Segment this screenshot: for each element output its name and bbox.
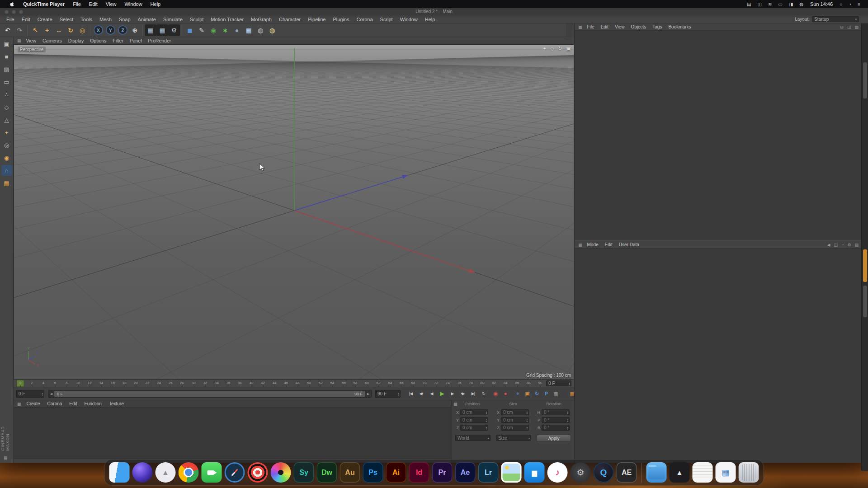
quicktime-dock-icon[interactable]: Q: [594, 462, 614, 483]
play-button[interactable]: ▶: [437, 389, 447, 398]
launchpad-dock-icon[interactable]: ▲: [156, 462, 176, 483]
layout-select[interactable]: Startup ▾: [812, 16, 859, 22]
workplane-mode-button[interactable]: ▭: [1, 76, 12, 87]
preview-range-slider[interactable]: ◀ 0 F 90 F ▶: [48, 390, 372, 398]
snap-toggle-button[interactable]: ∩: [1, 165, 12, 176]
viewport-menu-display[interactable]: Display: [65, 38, 87, 43]
panel-grip-icon[interactable]: ▦: [4, 455, 8, 460]
array-button[interactable]: ▦: [243, 24, 255, 36]
chrome-dock-icon[interactable]: [179, 462, 199, 483]
keynote-dock-icon[interactable]: ▆: [524, 462, 545, 483]
panel-grip-icon[interactable]: ▦: [576, 243, 584, 247]
lock-z-axis-button[interactable]: Z: [118, 25, 127, 35]
end-frame-field[interactable]: 90 F ▴▾: [375, 390, 401, 398]
photoshop-dock-icon[interactable]: Ps: [363, 462, 383, 483]
redo-button[interactable]: ↷: [14, 24, 25, 36]
stepper-icon[interactable]: ▴▾: [566, 426, 569, 430]
dark-app-dock-icon[interactable]: ▲: [670, 462, 690, 483]
facetime-dock-icon[interactable]: [202, 462, 222, 483]
stepper-icon[interactable]: ▴▾: [525, 418, 528, 422]
menubar-menu-help[interactable]: Help: [146, 1, 165, 7]
lock-x-axis-button[interactable]: X: [94, 25, 103, 35]
textedit-dock-icon[interactable]: [693, 462, 713, 483]
coordinate-field-p-2[interactable]: 0 °▴▾: [542, 417, 570, 423]
c4d-menu-plugins[interactable]: Plugins: [329, 17, 353, 22]
spline-pen-button[interactable]: ✎: [196, 24, 208, 36]
grid-app-dock-icon[interactable]: ▦: [716, 462, 736, 483]
sy-app-dock-icon[interactable]: Sy: [294, 462, 314, 483]
current-frame-field[interactable]: 0 F ▴▾: [546, 380, 571, 386]
coordinate-system-dropdown[interactable]: World ▾: [455, 435, 491, 441]
add-primitive-cube-button[interactable]: ◼: [184, 24, 196, 36]
c4d-menu-sculpt[interactable]: Sculpt: [186, 17, 208, 22]
c4d-menu-simulate[interactable]: Simulate: [160, 17, 186, 22]
c4d-menu-script[interactable]: Script: [377, 17, 396, 22]
spotlight-icon[interactable]: ○: [836, 2, 845, 7]
record-scale-toggle[interactable]: ▣: [523, 389, 532, 398]
viewport-camera-label[interactable]: Perspective: [18, 47, 46, 52]
make-editable-button[interactable]: ▣: [1, 38, 12, 49]
paint-tool-button[interactable]: ◉: [1, 152, 12, 163]
object-manager-menu-objects[interactable]: Objects: [627, 24, 649, 29]
history-icon[interactable]: ◔: [841, 243, 844, 247]
pan-view-icon[interactable]: +: [543, 46, 546, 52]
viewport-menu-prorender[interactable]: ProRender: [145, 38, 175, 43]
lock-y-axis-button[interactable]: Y: [106, 25, 115, 35]
c4d-menu-window[interactable]: Window: [396, 17, 421, 22]
side-tab[interactable]: [863, 286, 867, 317]
c4d-menu-tools[interactable]: Tools: [77, 17, 96, 22]
material-tab-texture[interactable]: Texture: [105, 401, 127, 406]
model-mode-button[interactable]: ■: [1, 51, 12, 62]
viewport-menu-cameras[interactable]: Cameras: [39, 38, 65, 43]
display-icon[interactable]: ◨: [786, 2, 796, 7]
system-preferences-dock-icon[interactable]: ⚙: [571, 462, 591, 483]
record-parameter-toggle[interactable]: P: [542, 389, 551, 398]
live-selection-tool[interactable]: ↖: [29, 24, 41, 36]
stepper-icon[interactable]: ▴▾: [485, 426, 488, 430]
attribute-manager-menu-edit[interactable]: Edit: [602, 242, 616, 247]
coordinate-field-x-0[interactable]: 0 cm▴▾: [460, 409, 488, 415]
undo-button[interactable]: ↶: [2, 24, 14, 36]
object-manager-menu-edit[interactable]: Edit: [598, 24, 612, 29]
attribute-manager-menu-mode[interactable]: Mode: [584, 242, 602, 247]
c4d-menu-edit[interactable]: Edit: [18, 17, 34, 22]
prev-frame-button[interactable]: ◀: [427, 389, 436, 398]
object-manager-menu-file[interactable]: File: [584, 24, 598, 29]
notification-center-icon[interactable]: ≡: [854, 2, 863, 7]
finder-dock-icon[interactable]: [109, 462, 130, 483]
coordinate-field-y-0[interactable]: 0 cm▴▾: [460, 417, 488, 423]
c4d-menu-select[interactable]: Select: [56, 17, 77, 22]
deformer-button[interactable]: ◍: [255, 24, 266, 36]
stepper-icon[interactable]: ▴▾: [525, 411, 528, 414]
menubar-menu-window[interactable]: Window: [120, 1, 146, 7]
coordinate-field-z-0[interactable]: 0 cm▴▾: [460, 425, 488, 431]
stepper-icon[interactable]: ▴▾: [566, 411, 569, 414]
material-tab-edit[interactable]: Edit: [66, 401, 80, 406]
stepper-icon[interactable]: ▴▾: [485, 418, 488, 422]
indesign-dock-icon[interactable]: Id: [409, 462, 429, 483]
light-button[interactable]: ◍: [266, 24, 278, 36]
c4d-menu-animate[interactable]: Animate: [134, 17, 160, 22]
autokey-button[interactable]: ●: [501, 389, 510, 398]
side-tab-active[interactable]: [863, 249, 867, 282]
c4d-menu-corona[interactable]: Corona: [353, 17, 376, 22]
coordinate-field-z-1[interactable]: 0 cm▴▾: [501, 425, 529, 431]
menu-icon[interactable]: ▤: [854, 243, 859, 247]
viewport-menu-options[interactable]: Options: [87, 38, 109, 43]
apply-button[interactable]: Apply: [537, 435, 571, 442]
material-manager[interactable]: ▦ CreateCoronaEditFunctionTexture: [14, 400, 451, 463]
coordinate-field-h-2[interactable]: 0 °▴▾: [542, 409, 570, 415]
zoom-view-icon[interactable]: ◇: [550, 46, 554, 52]
goto-end-button[interactable]: ▶|: [468, 389, 478, 398]
wifi-icon[interactable]: ≋: [765, 2, 775, 7]
object-manager-menu-tags[interactable]: Tags: [649, 24, 665, 29]
last-used-tool[interactable]: ◎: [76, 24, 88, 36]
c4d-menu-create[interactable]: Create: [34, 17, 56, 22]
menubar-menu-file[interactable]: File: [69, 1, 85, 7]
lightroom-dock-icon[interactable]: Lr: [478, 462, 499, 483]
dreamweaver-dock-icon[interactable]: Dw: [317, 462, 337, 483]
rotate-view-icon[interactable]: ↻: [558, 46, 562, 52]
prev-key-button[interactable]: ◀•: [416, 389, 426, 398]
viewport-menu-panel[interactable]: Panel: [127, 38, 145, 43]
side-tab[interactable]: [863, 62, 867, 99]
